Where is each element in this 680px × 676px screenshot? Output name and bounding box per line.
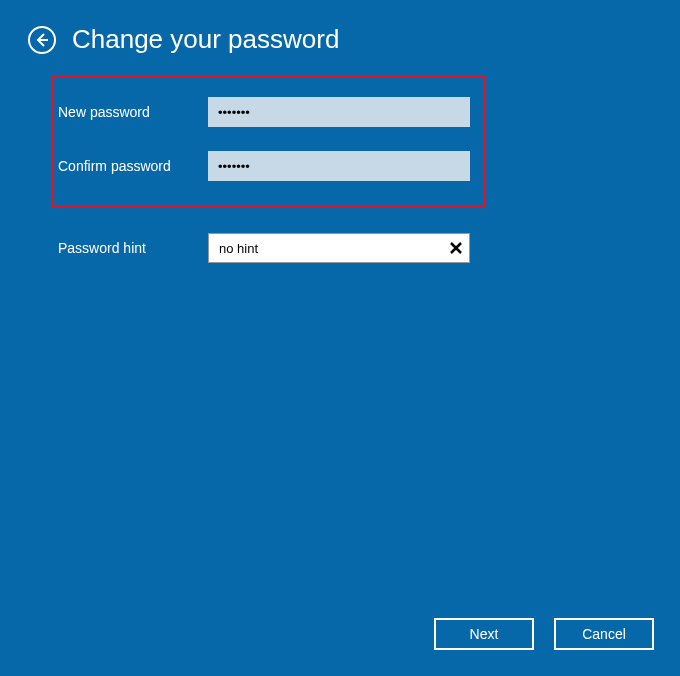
page-title: Change your password <box>72 24 339 55</box>
new-password-row: New password <box>58 97 474 127</box>
form-area: New password Confirm password Password h… <box>0 75 680 263</box>
close-icon <box>449 241 463 255</box>
new-password-input[interactable] <box>208 97 470 127</box>
arrow-left-icon <box>34 32 50 48</box>
hint-wrapper <box>208 233 470 263</box>
footer: Next Cancel <box>434 618 654 650</box>
header: Change your password <box>0 0 680 75</box>
hint-row: Password hint <box>52 233 680 263</box>
cancel-button[interactable]: Cancel <box>554 618 654 650</box>
confirm-password-row: Confirm password <box>58 151 474 181</box>
back-button[interactable] <box>28 26 56 54</box>
highlight-box: New password Confirm password <box>52 75 486 207</box>
hint-label: Password hint <box>58 240 208 256</box>
clear-hint-button[interactable] <box>446 238 466 258</box>
confirm-password-label: Confirm password <box>58 158 208 174</box>
hint-input[interactable] <box>208 233 470 263</box>
confirm-password-input[interactable] <box>208 151 470 181</box>
new-password-label: New password <box>58 104 208 120</box>
next-button[interactable]: Next <box>434 618 534 650</box>
